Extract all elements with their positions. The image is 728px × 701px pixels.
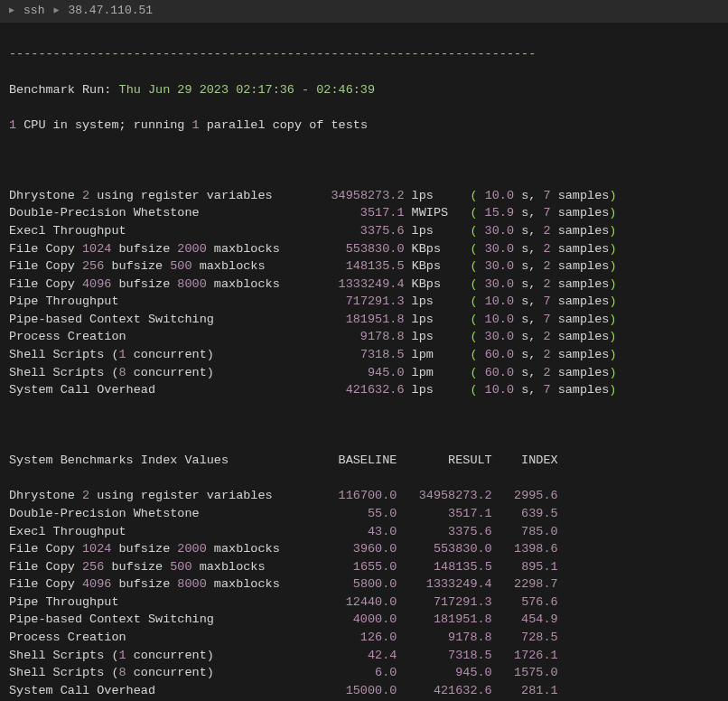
test-name-part: Double-Precision Whetstone: [9, 206, 200, 220]
test-samples: 7: [543, 206, 550, 220]
idx-result: 1333249.4: [397, 577, 491, 591]
samples-label: samples: [551, 313, 610, 326]
samples-label: samples: [551, 348, 610, 361]
idx-baseline: 3960.0: [302, 542, 397, 556]
test-value: 9178.8: [302, 330, 404, 343]
idx-result: 945.0: [397, 666, 491, 679]
test-name-part: 2: [82, 189, 89, 202]
idx-index: 895.1: [492, 560, 558, 574]
samples-label: samples: [551, 366, 610, 379]
test-time: 10.0: [478, 189, 515, 202]
test-value: 945.0: [302, 366, 404, 379]
test-time: 10.0: [478, 294, 515, 308]
test-name-part: maxblocks: [192, 259, 266, 273]
seconds-label: s,: [514, 383, 543, 397]
test-time: 60.0: [478, 366, 515, 379]
test-value: 7318.5: [302, 348, 404, 361]
samples-label: samples: [551, 206, 610, 220]
test-name-part: using register variables: [89, 489, 273, 502]
divider-line: ----------------------------------------…: [9, 47, 536, 61]
idx-result: 9178.8: [397, 631, 491, 644]
paren-open: (: [455, 277, 477, 291]
test-unit: MWIPS: [412, 206, 456, 220]
test-name-part: File Copy: [9, 259, 82, 273]
test-value: 553830.0: [302, 242, 404, 256]
seconds-label: s,: [514, 313, 543, 326]
test-name-part: Shell Scripts (: [9, 666, 119, 679]
parallel-count: 1: [192, 118, 200, 132]
idx-index: 1398.6: [492, 542, 558, 556]
paren-close: ): [609, 383, 616, 397]
test-samples: 2: [543, 242, 550, 256]
idx-result: 3517.1: [397, 507, 491, 520]
idx-index: 576.6: [492, 595, 558, 609]
test-name-part: 500: [170, 259, 191, 273]
test-name-part: File Copy: [9, 542, 82, 556]
index-header-row: System Benchmarks Index Values BASELINE …: [9, 453, 558, 467]
breadcrumb-arrow-icon: ▶: [9, 5, 14, 18]
test-name-part: Dhrystone: [9, 489, 82, 502]
test-value: 3375.6: [302, 224, 404, 238]
test-name-part: 500: [170, 560, 191, 574]
idx-index: 639.5: [492, 507, 558, 520]
idx-baseline: 116700.0: [302, 489, 397, 502]
test-name-part: 4096: [82, 277, 111, 291]
paren-close: ): [609, 277, 616, 291]
test-name-part: Process Creation: [9, 330, 126, 343]
samples-label: samples: [551, 242, 610, 256]
test-name-part: 8000: [177, 577, 206, 591]
test-name-part: Double-Precision Whetstone: [9, 507, 200, 520]
test-name-part: bufsize: [111, 542, 177, 556]
paren-open: (: [455, 189, 477, 202]
test-name-part: System Call Overhead: [9, 684, 155, 697]
paren-close: ): [609, 189, 616, 202]
idx-result: 181951.8: [397, 612, 491, 626]
test-name-part: Pipe Throughput: [9, 595, 119, 609]
test-value: 181951.8: [302, 313, 404, 326]
idx-index: 785.0: [492, 525, 558, 538]
test-unit: lps: [412, 294, 456, 308]
test-unit: lpm: [412, 366, 456, 379]
paren-open: (: [455, 330, 477, 343]
paren-open: (: [455, 206, 477, 220]
run-timestamp: Thu Jun 29 2023 02:17:36 - 02:46:39: [119, 83, 376, 97]
cpu-count: 1: [9, 118, 16, 132]
test-name-part: maxblocks: [207, 277, 280, 291]
test-name-part: bufsize: [104, 560, 170, 574]
paren-open: (: [455, 366, 477, 379]
test-time: 60.0: [478, 348, 515, 361]
test-name-part: 1: [119, 348, 126, 361]
paren-close: ): [609, 294, 616, 308]
test-name-part: File Copy: [9, 242, 82, 256]
test-name-part: bufsize: [111, 242, 177, 256]
seconds-label: s,: [514, 348, 543, 361]
test-name-part: 2: [82, 489, 89, 502]
idx-result: 553830.0: [397, 542, 491, 556]
idx-baseline: 1655.0: [302, 560, 397, 574]
test-name-part: bufsize: [104, 259, 170, 273]
paren-close: ): [609, 242, 616, 256]
test-samples: 7: [543, 294, 550, 308]
test-name-part: 8: [119, 366, 126, 379]
test-name-part: 4096: [82, 577, 111, 591]
test-name-part: File Copy: [9, 560, 82, 574]
test-time: 10.0: [478, 383, 515, 397]
test-name-part: 1024: [82, 542, 111, 556]
test-time: 30.0: [478, 330, 515, 343]
host-label: 38.47.110.51: [68, 3, 153, 20]
samples-label: samples: [551, 259, 610, 273]
idx-index: 281.1: [492, 684, 558, 697]
paren-open: (: [455, 242, 477, 256]
paren-open: (: [455, 348, 477, 361]
terminal-output: ----------------------------------------…: [0, 23, 728, 701]
idx-index: 454.9: [492, 612, 558, 626]
idx-result: 3375.6: [397, 525, 491, 538]
test-samples: 7: [543, 383, 550, 397]
seconds-label: s,: [514, 294, 543, 308]
test-time: 30.0: [478, 224, 515, 238]
idx-result: 148135.5: [397, 560, 491, 574]
test-name-part: Pipe-based Context Switching: [9, 612, 214, 626]
samples-label: samples: [551, 224, 610, 238]
samples-label: samples: [551, 330, 610, 343]
idx-baseline: 5800.0: [302, 577, 397, 591]
